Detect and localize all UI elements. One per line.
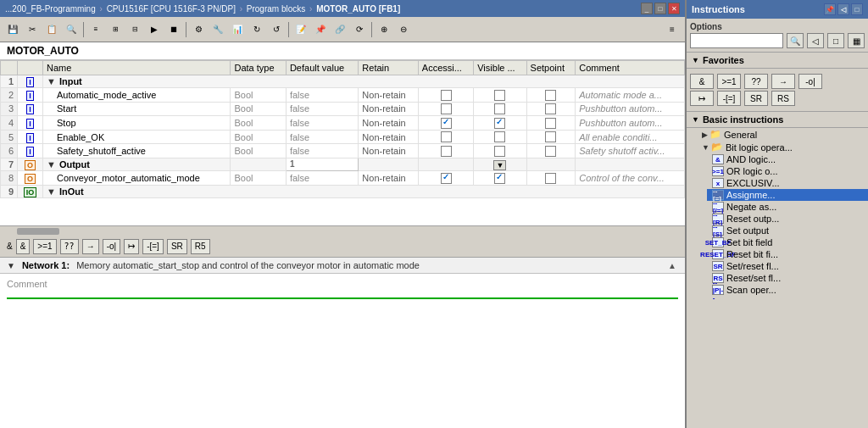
cell-accessi[interactable]: ✓ [418, 116, 473, 131]
maximize-button[interactable]: □ [654, 3, 666, 14]
cell-setpoint[interactable] [526, 88, 576, 103]
toolbar-btn-4[interactable]: 🔍 [62, 20, 81, 39]
cell-accessi[interactable] [418, 102, 473, 116]
cell-visible[interactable] [474, 144, 526, 158]
options-btn-2[interactable]: □ [827, 33, 844, 48]
tree-item-general[interactable]: ▶ 📁 General [697, 128, 868, 141]
tree-item-rs[interactable]: RS Reset/set fl... [707, 272, 868, 284]
checkbox-accessi[interactable] [441, 131, 452, 142]
logic-btn-negate[interactable]: -o| [103, 239, 121, 254]
tree-item-negate-assign[interactable]: --[/=] Negate as... [707, 201, 868, 213]
logic-btn-r5[interactable]: R5 [191, 239, 210, 254]
fav-btn-arrow[interactable]: → [771, 74, 795, 89]
fav-btn-xor[interactable]: ?? [744, 74, 768, 89]
tree-item-reset-bf[interactable]: RESET_BF Reset bit fi... [707, 248, 868, 260]
toolbar-btn-8[interactable]: ▶ [145, 20, 164, 39]
fav-btn-and[interactable]: & [690, 74, 714, 89]
fav-btn-sr[interactable]: SR [744, 91, 768, 106]
fav-btn-map[interactable]: ↦ [690, 91, 714, 106]
checkbox-accessi-checked[interactable]: ✓ [441, 173, 452, 184]
network-scroll-up[interactable]: ▲ [668, 261, 678, 270]
tree-item-and[interactable]: & AND logic... [707, 153, 868, 165]
toolbar-btn-15[interactable]: 📝 [292, 20, 310, 39]
cell-visible[interactable] [474, 130, 526, 144]
toolbar-btn-14[interactable]: ↺ [267, 20, 286, 39]
basic-instructions-header[interactable]: ▼ Basic instructions [687, 112, 868, 128]
checkbox-setpoint[interactable] [545, 118, 556, 129]
cell-setpoint[interactable] [526, 130, 576, 144]
cell-accessi[interactable]: ✓ [418, 170, 473, 185]
cell-visible[interactable]: ✓ [474, 170, 526, 185]
toolbar-btn-7[interactable]: ⊟ [125, 20, 144, 39]
tree-item-or[interactable]: >=1 OR logic o... [707, 165, 868, 177]
toolbar-btn-5[interactable]: ≡ [86, 20, 105, 39]
options-btn-3[interactable]: ▦ [848, 33, 865, 48]
tree-item-scan-pos[interactable]: --|P|-- Scan oper... [707, 284, 868, 296]
fav-btn-assign[interactable]: -[=] [717, 91, 741, 106]
checkbox-accessi[interactable] [441, 90, 452, 101]
checkbox-setpoint[interactable] [545, 173, 556, 184]
checkbox-accessi[interactable] [441, 146, 452, 157]
checkbox-visible-checked[interactable]: ✓ [494, 118, 505, 129]
close-button[interactable]: ✕ [668, 3, 680, 14]
toolbar-btn-2[interactable]: ✂ [23, 20, 42, 39]
toolbar-btn-9[interactable]: ⏹ [164, 20, 183, 39]
toolbar-btn-16[interactable]: 📌 [311, 20, 330, 39]
favorites-section-header[interactable]: ▼ Favorites [687, 53, 868, 69]
checkbox-visible[interactable] [494, 131, 505, 142]
checkbox-accessi-checked[interactable]: ✓ [441, 118, 452, 129]
cell-setpoint[interactable] [526, 144, 576, 158]
logic-btn-arrow[interactable]: → [82, 239, 99, 254]
search-button[interactable]: 🔍 [787, 33, 804, 48]
toolbar-btn-17[interactable]: 🔗 [331, 20, 349, 39]
search-input[interactable] [690, 33, 783, 48]
toolbar-btn-13[interactable]: ↻ [248, 20, 266, 39]
tree-item-xor[interactable]: x EXCLUSIV... [707, 177, 868, 189]
checkbox-visible[interactable] [494, 90, 505, 101]
dropdown-btn[interactable]: ▼ [493, 160, 506, 170]
tree-item-set[interactable]: --[S] Set output [707, 225, 868, 236]
toolbar-btn-20[interactable]: ⊖ [394, 20, 413, 39]
tree-item-assign[interactable]: --[=] Assignme... [707, 189, 868, 201]
cell-accessi[interactable] [418, 144, 473, 158]
tree-item-set-bf[interactable]: SET_BF Set bit field [707, 236, 868, 248]
cell-visible[interactable] [474, 88, 526, 103]
logic-btn-assign[interactable]: -[=] [142, 239, 164, 254]
checkbox-setpoint[interactable] [545, 131, 556, 142]
right-pin-button[interactable]: 📌 [824, 3, 836, 15]
h-scroll-thumb[interactable] [17, 228, 59, 235]
toolbar-btn-19[interactable]: ⊕ [375, 20, 393, 39]
cell-visible[interactable]: ✓ [474, 116, 526, 131]
toolbar-btn-3[interactable]: 📋 [42, 20, 61, 39]
checkbox-visible[interactable] [494, 103, 505, 114]
tree-item-reset[interactable]: --[R] Reset outp... [707, 213, 868, 225]
toolbar-btn-11[interactable]: 🔧 [209, 20, 227, 39]
fav-btn-or[interactable]: >=1 [717, 74, 741, 89]
minimize-button[interactable]: _ [641, 3, 653, 14]
fav-btn-negate[interactable]: -o| [798, 74, 822, 89]
right-maximize-button[interactable]: □ [851, 3, 863, 15]
tree-item-sr[interactable]: SR Set/reset fl... [707, 260, 868, 272]
cell-setpoint[interactable] [526, 170, 576, 185]
toolbar-btn-10[interactable]: ⚙ [189, 20, 208, 39]
checkbox-setpoint[interactable] [545, 146, 556, 157]
checkbox-visible[interactable] [494, 146, 505, 157]
checkbox-accessi[interactable] [441, 103, 452, 114]
toolbar-btn-18[interactable]: ⟳ [350, 20, 369, 39]
cell-setpoint[interactable] [526, 102, 576, 116]
logic-btn-and[interactable]: & [16, 239, 31, 254]
checkbox-setpoint[interactable] [545, 103, 556, 114]
options-btn-1[interactable]: ◁ [807, 33, 824, 48]
toolbar-btn-21[interactable]: ≡ [663, 20, 682, 39]
checkbox-visible-checked[interactable]: ✓ [494, 173, 505, 184]
toolbar-btn-6[interactable]: ⊞ [106, 20, 125, 39]
cell-accessi[interactable] [418, 88, 473, 103]
right-minimize-button[interactable]: ◁ [837, 3, 849, 15]
toolbar-btn-12[interactable]: 📊 [228, 20, 247, 39]
fav-btn-rs[interactable]: RS [771, 91, 795, 106]
cell-visible[interactable] [474, 102, 526, 116]
cell-setpoint[interactable] [526, 116, 576, 131]
horizontal-scrollbar[interactable] [0, 225, 685, 236]
cell-accessi[interactable] [418, 130, 473, 144]
logic-btn-or[interactable]: >=1 [33, 239, 56, 254]
